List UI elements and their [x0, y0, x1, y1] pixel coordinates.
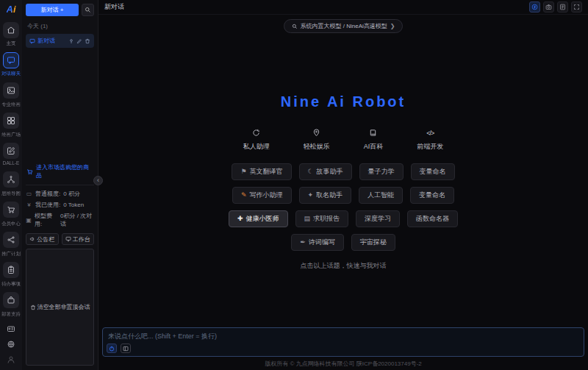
edit-icon[interactable] — [76, 38, 82, 44]
topic-button[interactable]: ✦ 取名助手 — [299, 187, 352, 204]
search-small-icon — [292, 24, 298, 29]
moon-icon: ☾ — [308, 168, 314, 175]
new-chat-button[interactable]: 新对话 + — [26, 4, 79, 16]
model-pill-label: 系统内置大模型 / NineAi高速模型 — [301, 22, 387, 30]
topic-button[interactable]: ⚑ 英文翻译官 — [232, 163, 291, 180]
topic-label: 写作小助理 — [250, 191, 283, 200]
hero-title: Nine Ai Robot — [281, 93, 406, 110]
stat-value: 0 积分 — [63, 190, 80, 198]
topic-button[interactable]: 变量命名 — [410, 187, 454, 204]
copyright-footer: 版权所有 © 九点网络科技有限公司 陕ICP备2020013749号-2 — [102, 357, 584, 370]
token-icon: ¥ — [26, 202, 32, 208]
category-frontend[interactable]: </> 前端开发 — [417, 128, 443, 152]
sidebar-item-label: 思维导图 — [1, 190, 21, 196]
clipboard-icon — [7, 266, 15, 274]
topic-label: 故事助手 — [317, 167, 343, 177]
category-label: AI百科 — [364, 142, 384, 152]
sidebar-item-mindmap[interactable]: 思维导图 — [0, 171, 23, 199]
image-icon — [7, 86, 15, 95]
topic-label: 量子力学 — [368, 167, 395, 177]
chat-icon — [7, 56, 15, 65]
screenshot-button[interactable] — [543, 1, 554, 13]
category-assistant[interactable]: 私人助理 — [243, 128, 270, 152]
sidebar-item-pro-draw[interactable]: 专业绘画 — [0, 82, 23, 110]
app-sidebar: Ai 主页 对话聊天 专业绘画 绘画广场 DALL-E 思维导图 会员中心 — [0, 0, 22, 370]
sidebar-item-member-center[interactable]: 会员中心 — [0, 202, 23, 230]
pencil-square-icon — [7, 146, 15, 155]
topic-button[interactable]: 变量命名 — [411, 163, 455, 180]
quill-icon: ✒ — [300, 239, 306, 246]
search-icon — [85, 7, 91, 13]
mindmap-icon — [7, 175, 15, 184]
stat-value: 0积分 / 次对话 — [60, 212, 94, 228]
input-placeholder: 来说点什么吧... (Shift + Enter = 换行) — [108, 332, 217, 341]
user-avatar-icon[interactable] — [7, 355, 15, 364]
globe-icon[interactable] — [7, 340, 15, 349]
topic-button[interactable]: ✎ 写作小助理 — [232, 187, 292, 204]
sidebar-footer — [7, 324, 15, 370]
category-encyclopedia[interactable]: AI百科 — [364, 128, 384, 152]
sidebar-item-label: 待办事项 — [1, 280, 21, 287]
clear-chats-label: 清空全部非置顶会话 — [37, 303, 90, 311]
refresh-icon — [252, 128, 260, 138]
topic-button[interactable]: 量子力学 — [359, 163, 404, 180]
topic-label: 深度学习 — [365, 214, 391, 224]
sidebar-item-label: 主页 — [7, 40, 16, 47]
topic-button[interactable]: 深度学习 — [356, 210, 400, 227]
card-icon: ▭ — [26, 191, 32, 197]
pin-icon[interactable] — [68, 38, 74, 44]
topic-button[interactable]: 宇宙探秘 — [351, 234, 395, 251]
plugin-button[interactable] — [529, 1, 540, 13]
document-icon: ▤ — [304, 216, 311, 222]
search-chat-button[interactable] — [82, 4, 94, 16]
model-icon: ▣ — [26, 217, 32, 224]
collapse-panel-handle[interactable]: ‹ — [93, 176, 103, 185]
topic-label: 诗词编写 — [309, 238, 335, 247]
topic-label: 变量命名 — [420, 167, 446, 177]
topic-button[interactable]: ✒ 诗词编写 — [291, 234, 344, 251]
quota-stats: ▭ 普通额度: 0 积分 ¥ 我已使用: 0 Token ▣ 模型费用: 0积分… — [26, 185, 94, 231]
model-selector-pill[interactable]: 系统内置大模型 / NineAi高速模型 ❯ — [284, 19, 404, 33]
sidebar-item-dalle[interactable]: DALL-E — [1, 143, 21, 169]
category-label: 轻松娱乐 — [304, 142, 330, 152]
knowledge-base-button[interactable] — [121, 344, 131, 353]
stat-value: 0 Token — [63, 202, 84, 208]
sidebar-item-home[interactable]: 主页 — [3, 22, 19, 50]
network-toggle-button[interactable] — [107, 344, 117, 353]
message-input[interactable]: 来说点什么吧... (Shift + Enter = 换行) — [102, 327, 584, 357]
sidebar-item-todo[interactable]: 待办事项 — [0, 262, 23, 290]
app-logo: Ai — [7, 4, 16, 15]
sidebar-item-chat[interactable]: 对话聊天 — [0, 52, 23, 80]
stat-label: 模型费用: — [35, 212, 57, 228]
book-icon — [369, 128, 377, 138]
sidebar-item-promotion[interactable]: 推广计划 — [0, 232, 23, 260]
announcement-button[interactable]: 公告栏 — [26, 233, 59, 245]
chat-list-item[interactable]: 新对话 — [26, 34, 94, 48]
monitor-icon — [65, 236, 71, 242]
topic-label: 健康小医师 — [246, 214, 279, 224]
card-key-icon[interactable] — [7, 324, 15, 333]
sidebar-item-draw-plaza[interactable]: 绘画广场 — [0, 113, 23, 140]
topic-button[interactable]: 函数命名器 — [407, 210, 458, 227]
plugin-icon — [531, 4, 538, 10]
topic-button[interactable]: ✚ 健康小医师 — [229, 210, 288, 227]
market-link[interactable]: 进入市场选购您的商品 — [26, 163, 93, 179]
stat-row-used: ¥ 我已使用: 0 Token — [26, 201, 94, 209]
topic-button[interactable]: ▤ 求职报告 — [295, 210, 349, 227]
sidebar-item-label: 推广计划 — [1, 250, 21, 257]
delete-icon[interactable] — [85, 38, 90, 44]
fullscreen-button[interactable] — [571, 1, 582, 13]
workbench-label: 工作台 — [73, 235, 90, 243]
panel-icon — [123, 346, 129, 352]
topic-label: 求职报告 — [313, 214, 340, 224]
topic-button[interactable]: 人工智能 — [359, 187, 403, 204]
sidebar-item-deploy[interactable]: 部署支持 — [0, 292, 23, 320]
stat-label: 普通额度: — [35, 190, 60, 198]
clear-chats-button[interactable]: 清空全部非置顶会话 — [26, 249, 94, 366]
history-button[interactable] — [557, 1, 568, 13]
share-icon — [7, 235, 15, 244]
list-icon — [559, 4, 566, 10]
topic-button[interactable]: ☾ 故事助手 — [299, 163, 352, 180]
workbench-button[interactable]: 工作台 — [62, 233, 95, 245]
category-fun[interactable]: 轻松娱乐 — [304, 128, 330, 152]
